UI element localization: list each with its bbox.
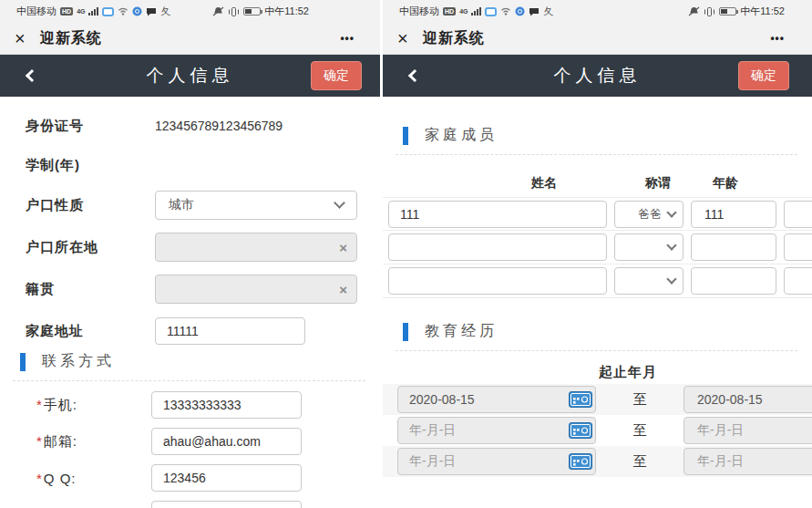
section-title: 联系方式 [42, 352, 115, 371]
app-title-bar: × 迎新系统 ••• [383, 23, 812, 55]
to-label: 至 [596, 453, 684, 471]
wifi-icon [500, 7, 511, 16]
column-header-age: 年龄 [713, 175, 738, 192]
family-extra-input[interactable] [784, 233, 812, 261]
family-section-header: 家庭成员 [403, 126, 812, 145]
email-input[interactable] [151, 428, 302, 455]
end-date-picker[interactable]: 2020-08-15 [684, 386, 812, 413]
hd-badge: HD [443, 7, 456, 16]
family-relation-select[interactable] [614, 267, 684, 295]
right-form: 家庭成员 姓名 称谓 年龄 爸爸 [383, 97, 812, 477]
signal-bars-icon [88, 7, 98, 16]
selected-option-label: 爸爸 [638, 206, 662, 223]
end-date-picker[interactable]: 年-月-日 [684, 448, 812, 475]
field-row-household-location: 户口所在地 × [0, 226, 380, 268]
family-name-input[interactable] [388, 233, 607, 261]
start-date-picker[interactable]: 2020-08-15 [397, 386, 596, 413]
chevron-down-icon [666, 274, 676, 284]
contact-label: *手机: [36, 397, 151, 414]
field-label: 身份证号 [26, 118, 155, 135]
status-left-group: 中国移动 HD 4G 夂 [16, 5, 170, 18]
family-name-input[interactable] [388, 267, 607, 295]
confirm-button[interactable]: 确定 [311, 61, 362, 90]
mobile-input[interactable] [151, 391, 302, 419]
clock-label: 中午11:52 [740, 5, 785, 18]
family-age-input[interactable] [691, 233, 776, 261]
confirm-button[interactable]: 确定 [738, 61, 789, 90]
family-row [383, 231, 812, 264]
family-relation-select[interactable]: 爸爸 [614, 201, 684, 228]
close-icon[interactable]: × [15, 29, 26, 47]
chat-bubble-icon [529, 7, 540, 16]
family-name-input[interactable] [388, 201, 607, 228]
calendar-icon[interactable] [569, 391, 592, 408]
end-date-picker[interactable]: 年-月-日 [684, 417, 812, 444]
column-header-name: 姓名 [531, 175, 557, 192]
field-row-study-years: 学制(年) [0, 146, 380, 184]
status-bar: 中国移动 HD 4G 夂 中午11:52 [0, 0, 380, 23]
status-left-group: 中国移动 HD 4G 夂 [399, 5, 553, 18]
field-label: 户口性质 [26, 197, 155, 214]
contact-row-partial [0, 496, 380, 508]
contact-section-header: 联系方式 [20, 352, 380, 371]
required-mark: * [36, 433, 43, 449]
family-row: 爸爸 [383, 197, 812, 231]
phone-screenshot-right: 中国移动 HD 4G 夂 中午11:52 × 迎新系统 ••• 个人信息 确定 … [383, 0, 812, 508]
clock-label: 中午11:52 [264, 5, 309, 18]
id-number-value: 123456789123456789 [155, 119, 283, 133]
family-extra-input[interactable] [784, 201, 812, 228]
menu-dots-icon[interactable]: ••• [340, 32, 355, 45]
misc-status-icon: 夂 [543, 5, 553, 18]
section-accent-bar [403, 323, 408, 341]
family-age-input[interactable] [691, 201, 776, 228]
dashed-divider [13, 380, 365, 381]
field-row-native-place: 籍贯 × [0, 268, 380, 310]
required-mark: * [36, 397, 43, 412]
home-address-input[interactable] [155, 317, 305, 345]
field-label: 籍贯 [26, 281, 155, 298]
mute-icon [212, 6, 224, 16]
clear-icon[interactable]: × [339, 283, 347, 296]
dashed-divider [396, 350, 797, 351]
message-app-icon [102, 7, 114, 16]
message-app-icon [485, 7, 497, 16]
native-place-input[interactable]: × [155, 275, 357, 304]
education-row: 年-月-日 至 年-月-日 [383, 415, 812, 446]
start-date-picker[interactable]: 年-月-日 [397, 448, 596, 475]
family-extra-input[interactable] [784, 267, 812, 295]
status-right-group: 中午11:52 [212, 5, 309, 18]
household-location-input[interactable]: × [155, 233, 357, 262]
chevron-down-icon [666, 240, 676, 250]
page-navbar: 个人信息 确定 [0, 55, 380, 97]
start-date-picker[interactable]: 年-月-日 [397, 417, 596, 444]
family-relation-select[interactable] [614, 233, 684, 261]
household-type-select[interactable]: 城市 [155, 191, 357, 220]
family-row [383, 264, 812, 298]
clear-icon[interactable]: × [339, 241, 347, 254]
contact-row-mobile: *手机: [0, 387, 380, 423]
education-row: 2020-08-15 至 2020-08-15 [383, 384, 812, 415]
signal-bars-icon [471, 7, 481, 16]
carrier-label: 中国移动 [399, 5, 439, 18]
section-accent-bar [20, 353, 26, 371]
hd-badge: HD [60, 7, 73, 16]
vibrate-icon [228, 7, 240, 16]
network-type-label: 4G [459, 8, 468, 15]
partial-cutoff-input[interactable] [151, 501, 302, 508]
menu-dots-icon[interactable]: ••• [770, 32, 785, 45]
status-bar: 中国移动 HD 4G 夂 中午11:52 [383, 0, 812, 23]
start-date-value: 2020-08-15 [409, 392, 475, 407]
network-type-label: 4G [77, 8, 85, 15]
contact-row-email: *邮箱: [0, 423, 380, 460]
chevron-down-icon [666, 207, 676, 217]
close-icon[interactable]: × [397, 29, 408, 47]
family-age-input[interactable] [691, 267, 776, 295]
calendar-icon[interactable] [569, 422, 592, 439]
section-title: 家庭成员 [425, 126, 498, 145]
contact-label: *邮箱: [36, 433, 151, 451]
calendar-icon[interactable] [569, 453, 592, 470]
required-mark: * [36, 471, 43, 486]
start-date-placeholder: 年-月-日 [409, 422, 456, 439]
to-label: 至 [596, 391, 684, 409]
qq-input[interactable] [151, 464, 302, 492]
